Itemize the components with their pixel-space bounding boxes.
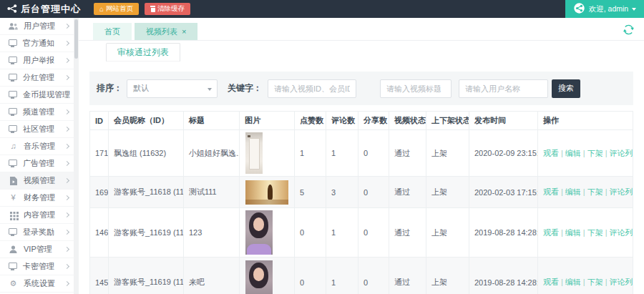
sidebar-item-music-management[interactable]: ♫ 音乐管理 bbox=[0, 138, 79, 155]
cell-comments: 1 bbox=[326, 208, 358, 258]
user-name-input[interactable] bbox=[459, 79, 548, 98]
music-icon: ♫ bbox=[9, 142, 18, 151]
watch-link[interactable]: 观看 bbox=[543, 278, 559, 286]
chevron-right-icon bbox=[64, 264, 69, 269]
sidebar-item-login-reward[interactable]: 登录奖励 bbox=[0, 224, 79, 241]
app-title: 后台管理中心 bbox=[21, 3, 81, 16]
clear-cache-button[interactable]: 清除缓存 bbox=[145, 3, 190, 15]
take-down-link[interactable]: 下架 bbox=[587, 278, 603, 286]
table-row: 145 游客账号_11619 (11619) 来吧 0 1 0 通过 上架 20… bbox=[90, 258, 633, 294]
cell-member: 游客账号_11619 (11619) bbox=[109, 208, 184, 258]
take-down-link[interactable]: 下架 bbox=[587, 149, 603, 157]
sidebar-item-label: 金币提现管理 bbox=[23, 89, 70, 100]
close-icon[interactable]: × bbox=[182, 28, 186, 36]
topbar: 后台管理中心 ⌂ 网站首页 清除缓存 欢迎, admin bbox=[0, 0, 644, 18]
edit-link[interactable]: 编辑 bbox=[565, 228, 581, 237]
edit-link[interactable]: 编辑 bbox=[565, 187, 581, 196]
video-file-icon bbox=[9, 177, 18, 185]
watch-link[interactable]: 观看 bbox=[543, 187, 559, 196]
chevron-right-icon bbox=[64, 195, 69, 200]
comment-list-link[interactable]: 评论列表 bbox=[610, 228, 633, 237]
sidebar-item-system-settings[interactable]: ⚙ 系统设置 bbox=[0, 275, 79, 293]
separator: | bbox=[561, 149, 563, 157]
edit-link[interactable]: 编辑 bbox=[565, 278, 581, 286]
separator: | bbox=[583, 228, 585, 237]
sidebar-item-card-key-management[interactable]: 卡密管理 bbox=[0, 258, 79, 275]
sidebar-item-label: 社区管理 bbox=[23, 124, 54, 134]
take-down-link[interactable]: 下架 bbox=[587, 187, 603, 196]
cell-title: 小姐姐好飘逸..... bbox=[184, 130, 240, 177]
cell-video-status: 通过 bbox=[389, 130, 426, 177]
video-thumbnail[interactable] bbox=[245, 260, 273, 294]
sidebar-item-gold-withdrawal-management[interactable]: 金币提现管理 bbox=[0, 87, 79, 104]
cell-title: 来吧 bbox=[184, 258, 240, 294]
video-thumbnail[interactable] bbox=[245, 180, 288, 205]
sidebar-item-content-management[interactable]: 内容管理 bbox=[0, 207, 79, 224]
cell-video-status: 通过 bbox=[389, 258, 426, 294]
take-down-link[interactable]: 下架 bbox=[587, 228, 603, 237]
video-thumbnail[interactable] bbox=[245, 132, 263, 174]
cell-title: 123 bbox=[184, 208, 240, 258]
comment-list-link[interactable]: 评论列表 bbox=[610, 278, 633, 286]
sidebar-scrollbar[interactable] bbox=[74, 18, 79, 294]
cell-comments: 3 bbox=[326, 177, 358, 208]
sidebar-item-finance-management[interactable]: ¥ 财务管理 bbox=[0, 190, 79, 207]
cell-title: 测试111 bbox=[184, 177, 240, 208]
chevron-right-icon bbox=[64, 24, 69, 29]
video-thumbnail[interactable] bbox=[245, 210, 273, 255]
cell-shelf-status: 上架 bbox=[426, 177, 469, 208]
sidebar-item-channel-management[interactable]: 频道管理 bbox=[0, 104, 79, 121]
sidebar-item-label: 频道管理 bbox=[23, 107, 54, 117]
sort-select[interactable]: 默认 bbox=[127, 79, 218, 98]
video-title-input[interactable] bbox=[380, 79, 452, 98]
cell-shelf-status: 上架 bbox=[426, 208, 469, 258]
watch-link[interactable]: 观看 bbox=[543, 228, 559, 237]
separator: | bbox=[605, 228, 608, 237]
sort-select-value: 默认 bbox=[133, 83, 149, 94]
sidebar-item-user-report[interactable]: 用户举报 bbox=[0, 52, 79, 69]
scrollbar-thumb[interactable] bbox=[74, 19, 78, 59]
sidebar-item-ad-management[interactable]: 广告管理 bbox=[0, 155, 79, 172]
comment-list-link[interactable]: 评论列表 bbox=[610, 187, 633, 196]
cell-shares: 0 bbox=[358, 177, 389, 208]
separator: | bbox=[583, 187, 585, 196]
edit-link[interactable]: 编辑 bbox=[565, 149, 581, 157]
subtab-approved-list[interactable]: 审核通过列表 bbox=[106, 43, 180, 62]
col-shares: 分享数 bbox=[358, 112, 389, 130]
cell-likes: 0 bbox=[295, 258, 326, 294]
chevron-right-icon bbox=[64, 109, 69, 114]
keyword-label: 关键字： bbox=[228, 82, 262, 94]
tab-home[interactable]: 首页 bbox=[93, 23, 132, 40]
sidebar-item-official-notice[interactable]: 官方通知 bbox=[0, 35, 79, 52]
cell-shares: 0 bbox=[358, 208, 389, 258]
gears-icon: ⚙ bbox=[9, 280, 18, 288]
refresh-icon[interactable] bbox=[623, 24, 634, 35]
user-menu[interactable]: 欢迎, admin bbox=[565, 0, 644, 18]
comment-list-link[interactable]: 评论列表 bbox=[610, 149, 633, 157]
cell-id: 171 bbox=[90, 130, 109, 177]
cell-publish-time: 2019-08-28 14:28:12 bbox=[469, 258, 538, 294]
sidebar-item-video-management[interactable]: 视频管理 bbox=[0, 172, 79, 190]
desktop-icon bbox=[9, 57, 17, 63]
video-id-input[interactable] bbox=[268, 79, 356, 98]
sidebar-item-dividend-management[interactable]: 分红管理 bbox=[0, 69, 79, 87]
cell-member: 游客账号_11619 (11619) bbox=[109, 258, 184, 294]
separator: | bbox=[561, 187, 563, 196]
dropdown-arrow-icon bbox=[208, 88, 212, 91]
sidebar-item-label: 视频管理 bbox=[24, 175, 55, 186]
desktop-icon bbox=[9, 108, 17, 114]
col-comments: 评论数 bbox=[326, 112, 358, 130]
sidebar-item-vip-management[interactable]: VIP管理 bbox=[0, 241, 79, 258]
sidebar-item-label: 内容管理 bbox=[24, 210, 55, 220]
sidebar-item-label: 官方通知 bbox=[23, 38, 54, 49]
chevron-right-icon bbox=[64, 58, 69, 63]
site-home-button[interactable]: ⌂ 网站首页 bbox=[94, 3, 139, 15]
search-button[interactable]: 搜索 bbox=[552, 79, 580, 98]
app-logo: 后台管理中心 bbox=[0, 3, 88, 16]
chevron-right-icon bbox=[64, 281, 69, 286]
sidebar-item-user-management[interactable]: 用户管理 bbox=[0, 18, 79, 35]
watch-link[interactable]: 观看 bbox=[543, 149, 559, 157]
cell-id: 145 bbox=[90, 258, 109, 294]
tab-video-list[interactable]: 视频列表 × bbox=[135, 23, 197, 40]
sidebar-item-community-management[interactable]: 社区管理 bbox=[0, 121, 79, 138]
